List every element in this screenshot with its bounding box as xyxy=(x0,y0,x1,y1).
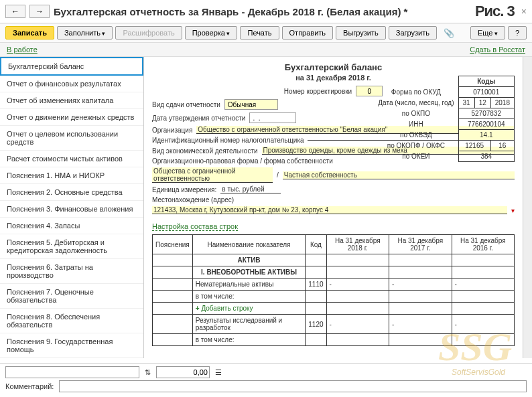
sidebar-item[interactable]: Отчет об изменениях капитала xyxy=(0,92,143,109)
forward-button[interactable]: → xyxy=(29,5,50,18)
submit-type-label: Вид сдачи отчетности xyxy=(152,101,220,108)
footer-search-input[interactable] xyxy=(5,366,139,378)
balance-table[interactable]: ПоясненияНаименование показателяКодНа 31… xyxy=(152,234,515,346)
codes-table: Коды Форма по ОКУД0710001 Дата (число, м… xyxy=(374,76,515,162)
sidebar-item[interactable]: Пояснения 6. Затраты на производство xyxy=(0,259,143,284)
sidebar-item[interactable]: Пояснения 8. Обеспечения обязательств xyxy=(0,309,143,333)
sidebar-item[interactable]: Пояснения 2. Основные средства xyxy=(0,184,143,201)
org-label: Организация xyxy=(152,127,192,134)
content-area: Бухгалтерский баланс на 31 декабря 2018 … xyxy=(144,57,523,358)
sidebar-item[interactable]: Отчет о целевом использовании средств xyxy=(0,126,143,151)
export-button[interactable]: Выгрузить xyxy=(336,26,386,39)
window-title: Бухгалтерская отчетность за Январь - Дек… xyxy=(54,6,471,17)
sidebar-item[interactable]: Пояснения 4. Запасы xyxy=(0,218,143,234)
nav-icon[interactable]: ⇅ xyxy=(145,368,151,377)
more-button[interactable]: Еще xyxy=(470,26,505,39)
status-left[interactable]: В работе xyxy=(7,46,38,54)
sidebar-item[interactable]: Пояснения 7. Оценочные обязательства xyxy=(0,284,143,309)
inn-label: Идентификационный номер налогоплательщик… xyxy=(152,137,304,144)
status-right[interactable]: Сдать в Росстат xyxy=(470,46,525,54)
sidebar: Бухгалтерский балансОтчет о финансовых р… xyxy=(0,57,144,358)
unit-label: Единица измерения: xyxy=(152,186,216,193)
send-button[interactable]: Отправить xyxy=(282,26,334,39)
address-value[interactable]: 121433, Москва г, Кутузовский пр-кт, дом… xyxy=(152,206,507,214)
activity-label: Вид экономической деятельности xyxy=(152,147,258,155)
import-button[interactable]: Загрузить xyxy=(389,26,437,39)
submit-type-input[interactable] xyxy=(224,99,278,110)
write-button[interactable]: Записать xyxy=(5,26,54,39)
attachment-icon[interactable]: 📎 xyxy=(440,28,458,38)
sidebar-item[interactable]: Пояснения 3. Финансовые вложения xyxy=(0,201,143,218)
check-button[interactable]: Проверка xyxy=(185,26,238,39)
form-title: Бухгалтерский баланс xyxy=(152,62,515,72)
legal-form1[interactable]: Общества с ограниченной ответственностью xyxy=(152,167,273,183)
approve-date-input[interactable] xyxy=(249,112,296,123)
legal-form-label: Организационно-правовая форма / форма со… xyxy=(152,157,333,165)
scrollbar[interactable] xyxy=(523,57,532,358)
sidebar-item[interactable]: Отчет о движении денежных средств xyxy=(0,109,143,126)
decode-button: Расшифровать xyxy=(115,26,182,39)
legal-form2[interactable]: Частная собственность xyxy=(283,171,515,179)
print-button[interactable]: Печать xyxy=(240,26,279,39)
corr-num-label: Номер корректировки xyxy=(284,88,352,95)
sidebar-item[interactable]: Расчет стоимости чистых активов xyxy=(0,151,143,167)
approve-date-label: Дата утверждения отчетности xyxy=(152,114,245,122)
sidebar-item[interactable]: Пояснения 1. НМА и НИОКР xyxy=(0,167,143,184)
sidebar-item[interactable]: Бухгалтерский баланс xyxy=(0,57,143,76)
sidebar-item[interactable]: Отчет о финансовых результатах xyxy=(0,76,143,92)
close-icon[interactable]: × xyxy=(521,6,527,17)
comment-input[interactable] xyxy=(59,380,527,392)
sidebar-item[interactable]: Пояснения 9. Государственная помощь xyxy=(0,333,143,358)
address-label: Местонахождение (адрес) xyxy=(152,196,234,204)
footer-value[interactable] xyxy=(156,366,210,378)
help-button[interactable]: ? xyxy=(508,26,527,39)
fill-button[interactable]: Заполнить xyxy=(57,26,113,39)
figure-label: Рис. 3 xyxy=(475,3,515,20)
dropdown-icon[interactable]: ☰ xyxy=(215,368,222,377)
sidebar-item[interactable]: Пояснения 5. Дебиторская и кредиторская … xyxy=(0,234,143,259)
unit-value[interactable]: в тыс. рублей xyxy=(220,185,281,193)
back-button[interactable]: ← xyxy=(5,5,25,18)
comment-label: Комментарий: xyxy=(5,382,54,390)
config-rows-link[interactable]: Настройка состава строк xyxy=(152,222,238,231)
